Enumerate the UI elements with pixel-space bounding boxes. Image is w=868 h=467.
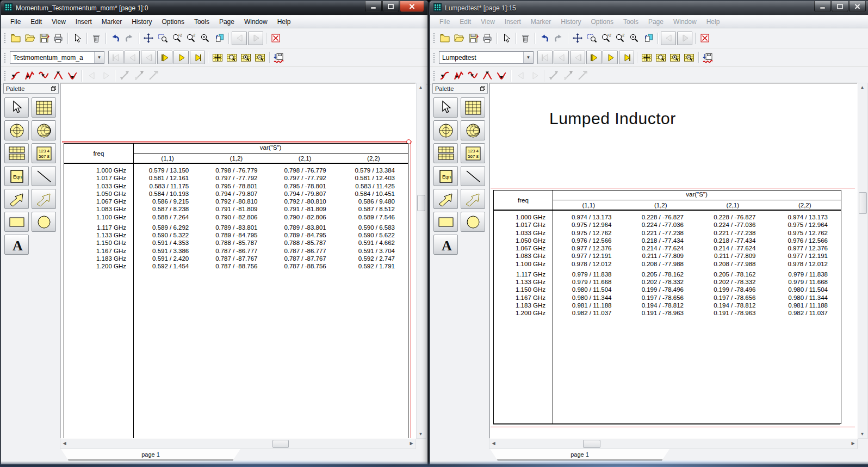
- menu-tools[interactable]: Tools: [618, 18, 643, 26]
- vertical-scroll-thumb[interactable]: [859, 192, 867, 214]
- page-prev-icon[interactable]: [661, 32, 676, 45]
- grid-zoom-out-icon[interactable]: [253, 51, 267, 64]
- titlebar[interactable]: Lumpedtest* [page 1]:15: [430, 1, 868, 15]
- open-folder-icon[interactable]: [23, 32, 37, 45]
- marker-peak-icon[interactable]: [480, 69, 494, 82]
- combo-dropdown-icon[interactable]: ▼: [94, 52, 104, 63]
- vertical-scrollbar[interactable]: ▲ ▼: [416, 83, 426, 439]
- horizontal-scrollbar[interactable]: ◀ ▶: [60, 439, 416, 449]
- marker-valley-icon[interactable]: [494, 69, 509, 82]
- palette-float-icon[interactable]: [51, 85, 56, 92]
- toolbar-grip[interactable]: [4, 52, 7, 63]
- trace-stepback-icon[interactable]: [570, 51, 585, 64]
- minimize-button[interactable]: [365, 1, 382, 12]
- horizontal-scroll-thumb[interactable]: [272, 440, 289, 448]
- palette-polar-plot[interactable]: [4, 120, 29, 140]
- palette-eqn[interactable]: Eqn: [4, 166, 29, 186]
- palette-arrow-outline[interactable]: [461, 189, 485, 209]
- scroll-left-icon[interactable]: ◀: [489, 439, 498, 447]
- trace-prev-icon[interactable]: [554, 51, 569, 64]
- new-folder-icon[interactable]: [9, 32, 23, 45]
- zoom-area-icon[interactable]: [156, 32, 170, 45]
- menu-file[interactable]: File: [435, 18, 455, 26]
- trace-playnext-icon[interactable]: [586, 51, 602, 64]
- palette-polar-plot[interactable]: [433, 120, 458, 140]
- print-icon[interactable]: [51, 32, 65, 45]
- palette-smith-chart[interactable]: [32, 120, 56, 140]
- palette-stacked-plot[interactable]: [4, 143, 29, 163]
- undo-icon[interactable]: [537, 32, 551, 45]
- menu-insert[interactable]: Insert: [500, 18, 526, 26]
- palette-text[interactable]: A: [433, 235, 458, 255]
- trace-stepback-icon[interactable]: [141, 51, 156, 64]
- scroll-up-icon[interactable]: ▲: [417, 83, 425, 91]
- palette-line[interactable]: [461, 166, 485, 186]
- scroll-down-icon[interactable]: ▼: [858, 430, 866, 438]
- toolbar-grip[interactable]: [433, 33, 436, 44]
- palette-arrow-outline[interactable]: [32, 189, 56, 209]
- pan-icon[interactable]: [571, 32, 585, 45]
- save-icon[interactable]: [466, 32, 480, 45]
- page-refresh-icon[interactable]: [212, 32, 226, 45]
- marker-normal-icon[interactable]: [438, 69, 452, 82]
- menu-marker[interactable]: Marker: [97, 18, 127, 26]
- menu-marker[interactable]: Marker: [526, 18, 556, 26]
- redo-icon[interactable]: [551, 32, 566, 45]
- marker-format-icon[interactable]: [146, 69, 160, 82]
- palette-smith-chart[interactable]: [461, 120, 485, 140]
- menu-edit[interactable]: Edit: [455, 18, 476, 26]
- palette-circle[interactable]: [32, 212, 56, 232]
- page-prev-icon[interactable]: [232, 32, 247, 45]
- grid-zoom-in-icon[interactable]: [239, 51, 253, 64]
- pan-icon[interactable]: [141, 32, 156, 45]
- marker-delete-icon[interactable]: [117, 69, 132, 82]
- menu-edit[interactable]: Edit: [26, 18, 47, 26]
- marker-valley-icon[interactable]: [65, 69, 79, 82]
- palette-rectangle[interactable]: [4, 212, 29, 232]
- menu-window[interactable]: Window: [668, 18, 702, 26]
- trace-next-icon[interactable]: [173, 51, 189, 64]
- marker-normal-icon[interactable]: [9, 69, 23, 82]
- delete-trash-icon[interactable]: [89, 32, 103, 45]
- palette-rect-plot[interactable]: [32, 97, 56, 118]
- page-tab[interactable]: page 1: [61, 449, 240, 460]
- pointer-icon[interactable]: [499, 32, 513, 45]
- menu-file[interactable]: File: [5, 18, 26, 26]
- s-parameter-table[interactable]: freqvar("S")(1,1)(1,2)(2,1)(2,2)1.000 GH…: [493, 190, 841, 424]
- menu-window[interactable]: Window: [239, 18, 272, 26]
- palette-pointer[interactable]: [433, 97, 458, 118]
- horizontal-scroll-thumb[interactable]: [583, 440, 600, 448]
- zoom-fit-icon[interactable]: [198, 32, 212, 45]
- scroll-right-icon[interactable]: ▶: [407, 439, 416, 447]
- restore-button[interactable]: [382, 1, 399, 12]
- marker-move-icon[interactable]: [132, 69, 146, 82]
- palette-header[interactable]: Palette: [3, 83, 59, 94]
- menu-view[interactable]: View: [476, 18, 500, 26]
- trace-first-icon[interactable]: [537, 51, 553, 64]
- zoom-in-2x-icon[interactable]: +2: [599, 32, 613, 45]
- toolbar-grip[interactable]: [4, 33, 7, 44]
- canvas-page[interactable]: Lumped Inductor freqvar("S")(1,1)(1,2)(2…: [489, 83, 858, 439]
- page-tab[interactable]: page 1: [490, 449, 669, 460]
- vertical-scrollbar[interactable]: ▲ ▼: [858, 83, 868, 439]
- minimize-button[interactable]: [814, 1, 831, 12]
- save-icon[interactable]: [37, 32, 51, 45]
- toolbar-grip[interactable]: [433, 70, 436, 81]
- toolbar-grip[interactable]: [4, 70, 7, 81]
- menu-options[interactable]: Options: [586, 18, 618, 26]
- marker-delta-icon[interactable]: [452, 69, 466, 82]
- palette-arrow-filled[interactable]: [433, 189, 458, 209]
- page-next-icon[interactable]: [248, 32, 263, 45]
- restore-button[interactable]: [832, 1, 848, 12]
- palette-rectangle[interactable]: [433, 212, 458, 232]
- marker-peak-icon[interactable]: [51, 69, 65, 82]
- horizontal-scrollbar[interactable]: ◀ ▶: [489, 439, 858, 449]
- menu-insert[interactable]: Insert: [71, 18, 97, 26]
- trace-playnext-icon[interactable]: [157, 51, 172, 64]
- zoom-area-icon[interactable]: [585, 32, 599, 45]
- s-parameter-table[interactable]: freqvar("S")(1,1)(1,2)(2,1)(2,2)1.000 GH…: [64, 143, 408, 438]
- menu-view[interactable]: View: [47, 18, 71, 26]
- zoom-in-2x-icon[interactable]: +2: [170, 32, 184, 45]
- trace-last-icon[interactable]: [619, 51, 634, 64]
- grid-zoom-in-icon[interactable]: [668, 51, 682, 64]
